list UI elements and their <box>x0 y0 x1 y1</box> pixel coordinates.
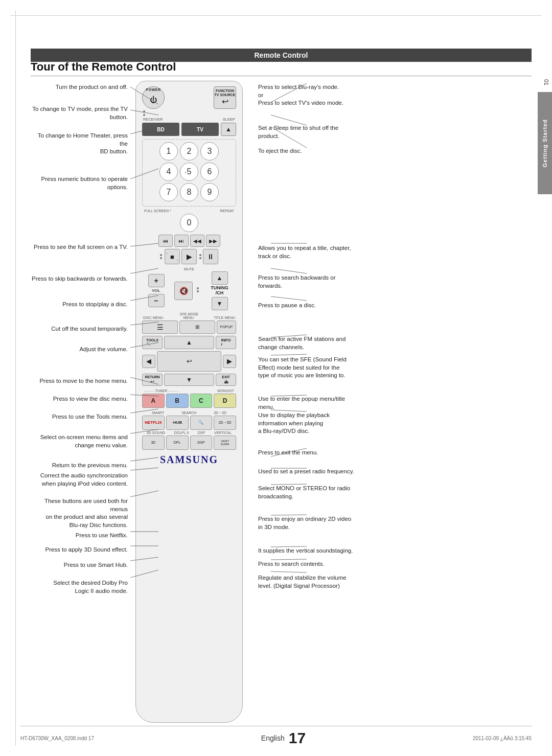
dolby-button[interactable]: DPL <box>166 436 189 450</box>
right-button[interactable]: ▶ <box>223 355 236 368</box>
page-border-left <box>15 10 16 746</box>
return-button[interactable]: RETURN ↩ <box>142 374 163 386</box>
hub-button[interactable]: ·HUB <box>166 416 189 430</box>
ann-r11: Press to exit the menu. <box>258 449 318 457</box>
ann-r3: To eject the disc. <box>258 147 302 155</box>
sidebar-tab: Getting Started <box>538 92 552 194</box>
popup-button[interactable]: POPUP <box>217 320 236 334</box>
ann-l19: Press to use Smart Hub. <box>64 561 128 569</box>
ann-l1: Turn the product on and off. <box>56 83 128 91</box>
remote-body: POWER ⏻ FUNCTIONTV SOURCE ↩ RECEIVER SLE… <box>135 81 243 723</box>
mute-button[interactable]: 🔇 <box>174 282 193 300</box>
ann-l20: Select the desired Dolby ProLogic II aud… <box>53 579 128 595</box>
menu-row-labels: DISC MENU MENU TITLE MENU <box>142 316 236 319</box>
tools-button[interactable]: TOOLS🔧 <box>142 336 163 349</box>
page-footer: HT-D6730W_XAA_0208.indd 17 English 17 20… <box>20 726 532 747</box>
num-0-button[interactable]: 0 <box>180 214 198 232</box>
a-button[interactable]: A <box>142 394 165 408</box>
ann-l15: Correct the audio synchronizationwhen pl… <box>40 472 128 488</box>
num-3-button[interactable]: 3 <box>200 142 219 161</box>
num-6-button[interactable]: 6 <box>200 163 219 181</box>
mute-label: MUTE <box>142 267 236 271</box>
num-4-button[interactable]: 4 <box>159 163 178 181</box>
ann-l12: Press to use the Tools menu. <box>52 413 128 421</box>
ann-r15: It supplies the vertical soundstaging. <box>258 547 353 555</box>
tuning-up-button[interactable]: ▲ <box>212 271 228 285</box>
num-1-button[interactable]: 1 <box>159 142 178 161</box>
pause-button[interactable]: ⏸ <box>203 249 218 264</box>
rew-button[interactable]: ◀◀ <box>190 235 204 247</box>
ann-r1: Press to select Blu-ray's mode.orPress t… <box>258 83 343 107</box>
playback-row: ■ ▶ ⏸ <box>142 249 236 264</box>
power-button[interactable]: POWER ⏻ <box>142 86 165 109</box>
info-button[interactable]: INFOi <box>216 336 236 349</box>
sound-btn-row: 3D DPL DSP VERTSURR <box>142 436 236 450</box>
vol-tuning-row: + VOL – 🔇 ▲ TUNING/C <box>142 271 236 310</box>
num-2-button[interactable]: 2 <box>180 142 198 161</box>
ann-l18: Press to apply 3D Sound effect. <box>45 546 128 554</box>
ann-l4: Press numeric buttons to operate options… <box>28 175 128 191</box>
vol-down-button[interactable]: – <box>148 294 165 307</box>
b-button[interactable]: B <box>166 394 189 408</box>
next-button[interactable]: ⏭ <box>174 235 189 247</box>
ann-r8: You can set the SFE (Sound FieldEffect) … <box>258 356 347 380</box>
up-button[interactable]: ▲ <box>164 336 214 349</box>
ann-l6: Press to skip backwards or forwards. <box>32 275 128 283</box>
sidebar-number: 01 <box>543 79 549 85</box>
page-title: Tour of the Remote Control <box>31 60 176 74</box>
bd-button[interactable]: BD <box>142 123 179 136</box>
dsp-button[interactable]: DSP <box>190 436 213 450</box>
ann-r6: Press to pause a disc. <box>258 302 316 310</box>
down-button[interactable]: ▼ <box>164 374 214 386</box>
play-button[interactable]: ▶ <box>181 249 197 264</box>
function-button[interactable]: FUNCTIONTV SOURCE ↩ <box>214 86 236 109</box>
ann-r9: Use to enter the popup menu/titlemenu. <box>258 395 345 411</box>
stop-button[interactable]: ■ <box>165 249 180 264</box>
remote-control-container: POWER ⏻ FUNCTIONTV SOURCE ↩ RECEIVER SLE… <box>128 81 250 723</box>
vol-up-button[interactable]: + <box>148 274 165 287</box>
volume-section: + VOL – <box>142 274 170 307</box>
d-button[interactable]: D <box>214 394 236 408</box>
transport-row: ⏮ ⏭ ◀◀ ▶▶ <box>142 235 236 247</box>
netflix-hub-row: NETFLIX ·HUB 🔍 2D→3D <box>142 416 236 430</box>
page-number-area: English 17 <box>261 729 306 747</box>
nav-cross-row: ◀ ↩ ▶ <box>142 351 236 372</box>
footer-file: HT-D6730W_XAA_0208.indd 17 <box>20 736 94 741</box>
3dsound-button[interactable]: 3D <box>142 436 165 450</box>
exit-button[interactable]: EXIT ⏏ <box>216 374 236 386</box>
tv-button[interactable]: TV <box>181 123 219 136</box>
smart-search-labels: SMART SEARCH 2D→3D <box>142 411 236 415</box>
left-annotations: Turn the product on and off. To change t… <box>28 81 128 723</box>
ann-l8: Cut off the sound temporarily. <box>51 325 128 333</box>
2d3d-button[interactable]: 2D→3D <box>214 416 236 430</box>
ann-l11: Press to view the disc menu. <box>53 395 128 403</box>
num-8-button[interactable]: 8 <box>180 183 198 201</box>
ann-r7: Search for active FM stations andchange … <box>258 335 346 351</box>
ok-button[interactable]: ↩ <box>157 351 221 372</box>
search-button[interactable]: 🔍 <box>190 416 213 430</box>
fullscreen-repeat-labels: FULL SCREEN * REPEAT <box>142 209 236 213</box>
ann-r16: Press to search contents. <box>258 560 325 568</box>
vertical-button[interactable]: VERTSURR <box>214 436 236 450</box>
prev-button[interactable]: ⏮ <box>158 235 173 247</box>
right-annotations: Press to select Blu-ray's mode.orPress t… <box>250 81 534 723</box>
left-button[interactable]: ◀ <box>142 355 155 368</box>
ann-r2: Set a Sleep time to shut off theproduct. <box>258 124 338 140</box>
num-9-button[interactable]: 9 <box>200 183 219 201</box>
ann-l17: Press to use Netflix. <box>76 532 128 540</box>
menu-button[interactable]: ⊞ <box>179 320 215 334</box>
c-button[interactable]: C <box>190 394 213 408</box>
netflix-button[interactable]: NETFLIX <box>142 416 165 430</box>
ann-l9: Adjust the volume. <box>79 346 128 354</box>
eject-button[interactable]: ▲ <box>221 123 236 136</box>
footer-date: 2011-02-09 ¿ÀÀû 3:15:45 <box>473 736 532 741</box>
ann-l13: Select on-screen menu items andchange me… <box>40 433 128 449</box>
fwd-button[interactable]: ▶▶ <box>206 235 220 247</box>
tuning-down-button[interactable]: ▼ <box>212 297 228 310</box>
num-5-button[interactable]: 5 <box>180 163 198 181</box>
tools-info-row: TOOLS🔧 ▲ INFOi <box>142 336 236 349</box>
bd-tv-row: BD TV ▲ <box>142 123 236 136</box>
ann-l7: Press to stop/play a disc. <box>62 301 128 309</box>
disc-menu-button[interactable]: ☰ <box>142 320 178 334</box>
num-7-button[interactable]: 7 <box>159 183 178 201</box>
